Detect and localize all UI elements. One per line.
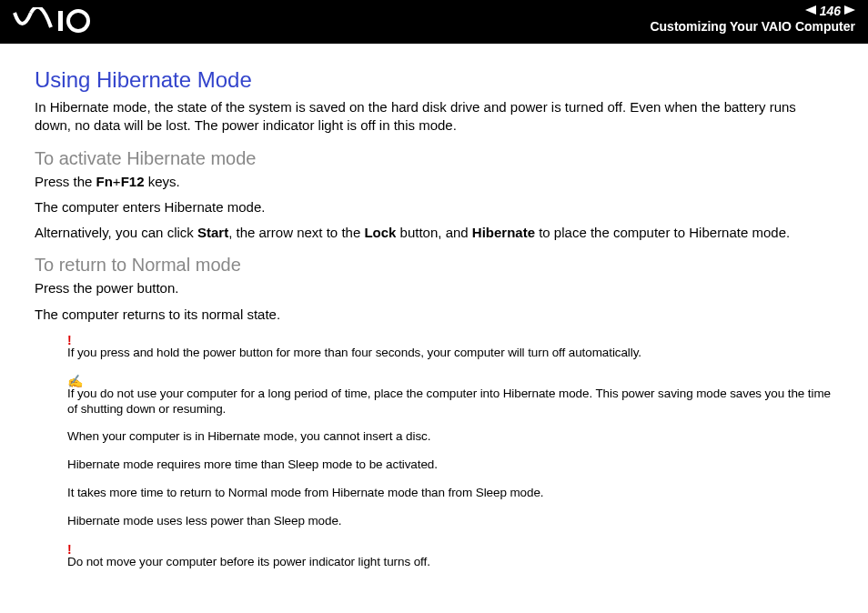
bold-hibernate: Hibernate: [472, 225, 535, 240]
next-page-arrow[interactable]: [844, 5, 855, 17]
text: Alternatively, you can click: [35, 225, 197, 240]
text: Press the: [35, 174, 96, 189]
return-line2: The computer returns to its normal state…: [35, 306, 833, 324]
subheading-activate: To activate Hibernate mode: [35, 148, 833, 169]
svg-rect-0: [58, 11, 63, 31]
text: to place the computer to Hibernate mode.: [535, 225, 790, 240]
text: button, and: [396, 225, 471, 240]
key-fn: Fn: [96, 174, 113, 189]
key-f12: F12: [121, 174, 145, 189]
section-name: Customizing Your VAIO Computer: [650, 19, 855, 34]
svg-marker-2: [805, 5, 816, 15]
text: , the arrow next to the: [228, 225, 364, 240]
subheading-return: To return to Normal mode: [35, 255, 833, 276]
header-right: 146 Customizing Your VAIO Computer: [650, 4, 855, 34]
intro-paragraph: In Hibernate mode, the state of the syst…: [35, 98, 833, 136]
tip-note-1: If you do not use your computer for a lo…: [67, 387, 833, 417]
bold-start: Start: [197, 225, 228, 240]
tip-note-4: It takes more time to return to Normal m…: [67, 486, 833, 501]
prev-page-arrow[interactable]: [805, 5, 816, 17]
page-content: Using Hibernate Mode In Hibernate mode, …: [0, 44, 868, 601]
return-line1: Press the power button.: [35, 279, 833, 297]
notes-block: ! If you press and hold the power button…: [67, 333, 833, 570]
activate-line3: Alternatively, you can click Start, the …: [35, 224, 833, 242]
page-title: Using Hibernate Mode: [35, 67, 833, 93]
tip-note-3: Hibernate mode requires more time than S…: [67, 457, 833, 473]
page-number: 146: [820, 4, 841, 18]
tip-note-2: When your computer is in Hibernate mode,…: [67, 429, 833, 445]
page-header: 146 Customizing Your VAIO Computer: [0, 0, 868, 44]
activate-line1: Press the Fn+F12 keys.: [35, 173, 833, 191]
svg-marker-3: [844, 5, 855, 15]
svg-point-1: [68, 11, 88, 31]
warning-note-2: Do not move your computer before its pow…: [67, 555, 833, 570]
text: keys.: [144, 174, 179, 189]
activate-line2: The computer enters Hibernate mode.: [35, 198, 833, 216]
text: +: [113, 174, 121, 189]
vaio-logo: [13, 7, 113, 38]
bold-lock: Lock: [364, 225, 396, 240]
page-nav: 146: [650, 4, 855, 18]
tip-note-5: Hibernate mode uses less power than Slee…: [67, 514, 833, 529]
warning-note-1: If you press and hold the power button f…: [67, 346, 833, 361]
